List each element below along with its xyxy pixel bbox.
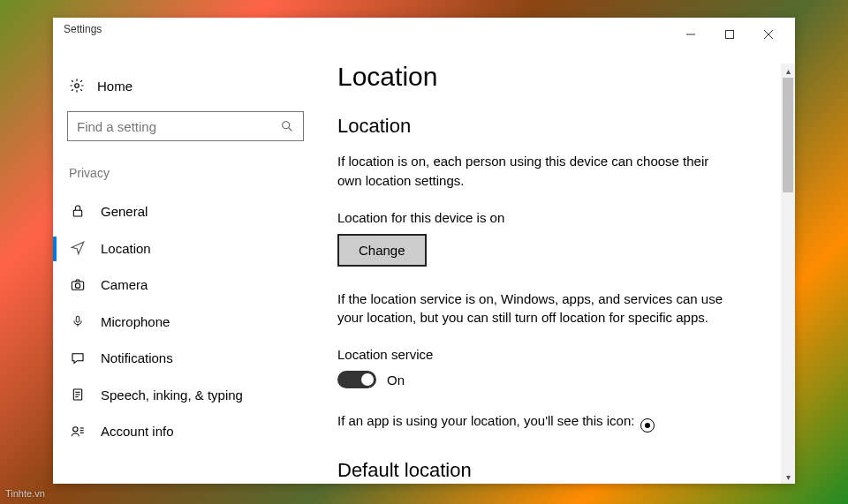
page-title: Location — [337, 62, 768, 92]
svg-point-15 — [73, 426, 78, 431]
svg-rect-8 — [72, 282, 83, 290]
sidebar-item-label: General — [101, 204, 148, 219]
sidebar-item-notifications[interactable]: Notifications — [67, 340, 304, 376]
titlebar: Settings — [53, 18, 795, 46]
home-label: Home — [97, 79, 132, 94]
search-box[interactable] — [67, 111, 304, 141]
search-input[interactable] — [77, 119, 280, 134]
sidebar-item-label: Account info — [101, 424, 174, 439]
home-nav[interactable]: Home — [67, 71, 304, 111]
location-icon-text: If an app is using your location, you'll… — [337, 411, 726, 433]
sidebar-item-label: Speech, inking, & typing — [101, 387, 243, 402]
device-location-status: Location for this device is on — [337, 210, 768, 225]
location-intro-text: If location is on, each person using thi… — [337, 152, 726, 191]
section-heading-default-location: Default location — [337, 459, 768, 482]
camera-icon — [69, 278, 87, 292]
sidebar-item-location[interactable]: Location — [67, 229, 304, 267]
svg-point-5 — [283, 122, 290, 129]
svg-rect-7 — [73, 210, 81, 216]
microphone-icon — [69, 313, 87, 329]
location-service-toggle[interactable] — [337, 371, 376, 388]
maximize-button[interactable] — [710, 23, 749, 46]
lock-icon — [69, 203, 87, 219]
watermark: Tinhte.vn — [5, 488, 45, 499]
svg-rect-1 — [726, 31, 734, 39]
sidebar-item-camera[interactable]: Camera — [67, 267, 304, 303]
sidebar-item-label: Camera — [101, 277, 148, 292]
location-service-text: If the location service is on, Windows, … — [337, 290, 726, 328]
location-service-toggle-row: On — [337, 371, 768, 388]
gear-icon — [69, 78, 85, 94]
change-button[interactable]: Change — [337, 234, 427, 267]
location-icon — [69, 240, 87, 256]
scrollbar-thumb[interactable] — [783, 78, 793, 192]
location-service-label: Location service — [337, 347, 768, 362]
sidebar-item-speech[interactable]: Speech, inking, & typing — [67, 376, 304, 413]
close-button[interactable] — [749, 23, 788, 46]
minimize-button[interactable] — [671, 23, 710, 46]
sidebar-item-account[interactable]: Account info — [67, 413, 304, 449]
group-header-privacy: Privacy — [67, 166, 304, 192]
svg-rect-10 — [76, 316, 80, 322]
main-panel: Location Location If location is on, eac… — [318, 46, 795, 484]
sidebar-item-microphone[interactable]: Microphone — [67, 303, 304, 340]
sidebar: Home Privacy General Location — [53, 46, 318, 484]
sidebar-item-general[interactable]: General — [67, 192, 304, 229]
account-icon — [69, 425, 87, 439]
content: Home Privacy General Location — [53, 46, 795, 484]
scroll-down-arrow[interactable]: ▾ — [781, 470, 795, 484]
window-controls — [671, 23, 788, 46]
sidebar-item-label: Location — [101, 241, 151, 256]
location-target-icon — [640, 418, 655, 433]
scroll-up-arrow[interactable]: ▴ — [781, 64, 795, 78]
search-icon — [280, 119, 294, 133]
clipboard-icon — [69, 387, 87, 402]
window-title: Settings — [64, 23, 102, 35]
notifications-icon — [69, 351, 87, 365]
toggle-state-label: On — [387, 372, 405, 387]
settings-window: Settings Home — [53, 18, 795, 484]
sidebar-item-label: Notifications — [101, 350, 173, 365]
sidebar-item-label: Microphone — [101, 314, 170, 329]
svg-line-6 — [289, 128, 292, 132]
svg-point-4 — [75, 84, 80, 88]
section-heading-location: Location — [337, 115, 768, 138]
svg-point-9 — [75, 283, 80, 288]
